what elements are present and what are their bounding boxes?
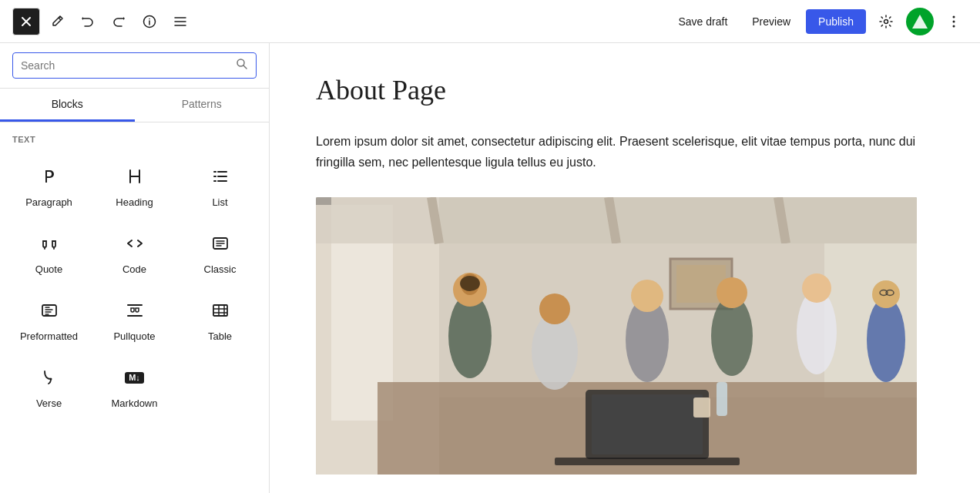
classic-icon <box>206 230 234 257</box>
block-table[interactable]: Table <box>177 284 263 351</box>
info-icon <box>143 15 156 29</box>
svg-marker-10 <box>912 15 928 29</box>
block-quote-label: Quote <box>35 263 62 275</box>
undo-icon <box>81 15 95 29</box>
verse-icon <box>35 364 63 391</box>
block-table-label: Table <box>208 330 232 342</box>
block-verse[interactable]: Verse <box>6 351 92 418</box>
more-icon <box>947 15 961 29</box>
pencil-icon <box>50 15 64 29</box>
redo-icon <box>112 15 126 29</box>
svg-point-11 <box>953 15 955 18</box>
block-quote[interactable]: Quote <box>6 217 92 284</box>
list-view-button[interactable] <box>166 8 194 35</box>
toolbar-left <box>12 8 194 35</box>
svg-point-13 <box>953 25 955 27</box>
block-code-label: Code <box>123 263 146 275</box>
tab-patterns[interactable]: Patterns <box>135 89 270 122</box>
block-preformatted-label: Preformatted <box>20 330 78 342</box>
undo-button[interactable] <box>74 8 102 35</box>
block-markdown-label: Markdown <box>112 397 158 409</box>
block-pullquote-label: Pullquote <box>113 330 155 342</box>
svg-point-63 <box>867 297 905 382</box>
page-title: About Page <box>316 74 934 106</box>
preview-button[interactable]: Preview <box>743 11 800 32</box>
svg-point-5 <box>149 18 150 19</box>
svg-line-2 <box>59 18 61 20</box>
block-paragraph[interactable]: Paragraph <box>6 150 92 217</box>
svg-point-61 <box>802 273 831 303</box>
preformatted-icon <box>35 297 63 324</box>
redo-button[interactable] <box>105 8 133 35</box>
page-body-text: Lorem ipsum dolor sit amet, consectetur … <box>316 131 917 173</box>
svg-point-70 <box>460 276 480 291</box>
svg-rect-62 <box>316 197 331 205</box>
list-icon <box>206 163 234 190</box>
search-input-wrap[interactable] <box>12 52 257 79</box>
svg-point-12 <box>953 20 955 22</box>
search-container <box>0 43 269 89</box>
tab-blocks[interactable]: Blocks <box>0 89 135 122</box>
settings-button[interactable] <box>872 8 900 35</box>
gear-icon <box>879 15 893 29</box>
save-draft-button[interactable]: Save draft <box>669 11 737 32</box>
list-view-icon <box>173 15 187 29</box>
block-classic[interactable]: Classic <box>177 217 263 284</box>
svg-rect-26 <box>42 305 56 316</box>
svg-line-15 <box>243 65 247 69</box>
avatar-icon <box>911 13 928 30</box>
svg-rect-68 <box>693 397 710 418</box>
svg-point-38 <box>49 378 52 381</box>
section-label-text: TEXT <box>0 122 269 150</box>
block-heading[interactable]: Heading <box>92 150 177 217</box>
content-image <box>316 197 917 475</box>
code-icon <box>121 230 149 257</box>
table-icon <box>206 297 234 324</box>
more-options-button[interactable] <box>940 8 968 35</box>
svg-point-59 <box>717 277 747 308</box>
heading-icon <box>121 163 149 190</box>
markdown-icon: M↓ <box>121 364 149 391</box>
canvas: About Page Lorem ipsum dolor sit amet, c… <box>270 43 980 493</box>
edit-button[interactable] <box>43 8 71 35</box>
svg-rect-69 <box>717 382 727 416</box>
main-content: Blocks Patterns TEXT Paragraph <box>0 43 980 493</box>
svg-point-9 <box>884 19 888 23</box>
svg-rect-67 <box>555 458 740 465</box>
block-preformatted[interactable]: Preformatted <box>6 284 92 351</box>
paragraph-icon <box>35 163 63 190</box>
block-list[interactable]: List <box>177 150 263 217</box>
avatar-button[interactable] <box>906 8 934 35</box>
block-paragraph-label: Paragraph <box>25 196 72 208</box>
pullquote-icon <box>121 297 149 324</box>
block-classic-label: Classic <box>204 263 237 275</box>
block-code[interactable]: Code <box>92 217 177 284</box>
block-heading-label: Heading <box>116 196 153 208</box>
block-verse-label: Verse <box>36 397 62 409</box>
page-image <box>316 197 917 475</box>
svg-rect-66 <box>592 394 703 454</box>
publish-button[interactable]: Publish <box>806 9 866 34</box>
blocks-grid: Paragraph Heading <box>0 150 269 418</box>
svg-rect-33 <box>213 305 227 316</box>
info-button[interactable] <box>136 8 163 35</box>
search-input[interactable] <box>21 59 236 72</box>
toolbar-right: Save draft Preview Publish <box>669 8 968 35</box>
close-icon <box>20 15 32 28</box>
block-list-label: List <box>212 196 227 208</box>
svg-point-57 <box>631 280 663 312</box>
sidebar: Blocks Patterns TEXT Paragraph <box>0 43 270 493</box>
tabs: Blocks Patterns <box>0 89 269 122</box>
block-markdown[interactable]: M↓ Markdown <box>92 351 177 418</box>
close-button[interactable] <box>12 8 40 35</box>
toolbar: Save draft Preview Publish <box>0 0 980 43</box>
block-pullquote[interactable]: Pullquote <box>92 284 177 351</box>
search-icon <box>236 58 248 73</box>
svg-point-55 <box>539 293 570 324</box>
quote-icon <box>35 230 63 257</box>
